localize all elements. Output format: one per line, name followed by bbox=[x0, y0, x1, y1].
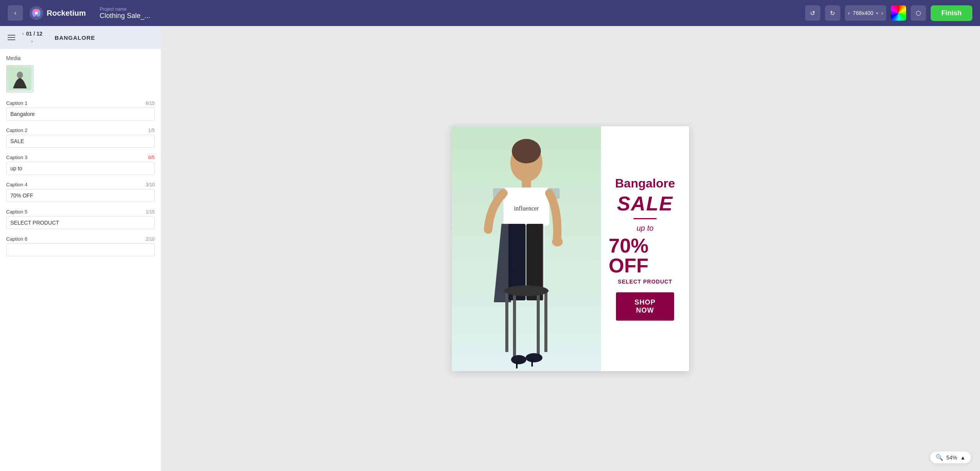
menu-button[interactable] bbox=[6, 33, 17, 42]
model-svg: influencer bbox=[452, 126, 601, 371]
export-button[interactable]: ⬡ bbox=[911, 5, 926, 21]
caption-5-input[interactable] bbox=[6, 216, 155, 229]
next-slide-button[interactable]: › bbox=[30, 38, 33, 45]
topbar: ‹ Rocketium Project name Clothing Sale_.… bbox=[0, 0, 980, 26]
logo: Rocketium bbox=[29, 6, 86, 20]
chevron-right-icon: › bbox=[881, 10, 883, 16]
sidebar-header: ‹ 01 / 12 › BANGALORE bbox=[0, 26, 161, 49]
zoom-icon: 🔍 bbox=[936, 454, 943, 461]
caption-6-block: Caption 6 2/10 bbox=[6, 236, 155, 256]
chevron-down-icon: ▾ bbox=[876, 11, 878, 15]
slide-name: BANGALORE bbox=[55, 34, 95, 41]
caption-2-header: Caption 2 1/5 bbox=[6, 127, 155, 133]
redo-icon: ↻ bbox=[830, 10, 835, 17]
project-name: Clothing Sale_... bbox=[100, 12, 799, 20]
slide-navigation: ‹ 01 / 12 › bbox=[21, 30, 42, 45]
finish-button[interactable]: Finish bbox=[931, 5, 972, 21]
sidebar: ‹ 01 / 12 › BANGALORE Media bbox=[0, 26, 161, 471]
rocketium-logo-icon bbox=[29, 6, 44, 20]
model-image: influencer bbox=[452, 126, 601, 371]
caption-6-count: 2/10 bbox=[146, 236, 155, 242]
sidebar-content: Media Caption 1 6/15 bbox=[0, 49, 161, 471]
topbar-controls: ↺ ↻ ‹ 768x400 ▾ › ⬡ Finish bbox=[805, 5, 972, 21]
menu-line bbox=[8, 39, 15, 40]
caption-4-block: Caption 4 3/10 bbox=[6, 182, 155, 202]
svg-rect-19 bbox=[513, 291, 516, 360]
caption-1-label: Caption 1 bbox=[6, 100, 28, 106]
svg-rect-22 bbox=[544, 291, 547, 352]
media-label: Media bbox=[6, 55, 155, 61]
caption-2-input[interactable] bbox=[6, 135, 155, 148]
main-layout: ‹ 01 / 12 › BANGALORE Media bbox=[0, 26, 980, 471]
menu-line bbox=[8, 35, 15, 36]
chevron-up-icon: ▲ bbox=[960, 455, 965, 461]
caption-2-count: 1/5 bbox=[148, 128, 155, 133]
svg-rect-10 bbox=[522, 179, 531, 189]
ad-card: influencer bbox=[452, 126, 689, 371]
ad-divider bbox=[634, 218, 657, 219]
caption-1-block: Caption 1 6/15 bbox=[6, 100, 155, 121]
caption-5-count: 1/15 bbox=[146, 209, 155, 215]
ad-percent-off-text: 70% OFF bbox=[609, 236, 681, 275]
caption-2-label: Caption 2 bbox=[6, 127, 28, 133]
resolution-selector[interactable]: ‹ 768x400 ▾ › bbox=[845, 5, 886, 21]
thumbnail-inner bbox=[7, 66, 33, 92]
project-label: Project name bbox=[100, 7, 799, 12]
undo-icon: ↺ bbox=[810, 10, 815, 17]
zoom-indicator: 🔍 54% ▲ bbox=[930, 451, 971, 463]
undo-button[interactable]: ↺ bbox=[805, 5, 820, 21]
svg-point-24 bbox=[511, 355, 526, 364]
chevron-left-icon: ‹ bbox=[848, 10, 850, 16]
caption-6-header: Caption 6 2/10 bbox=[6, 236, 155, 242]
caption-3-block: Caption 3 0/5 bbox=[6, 155, 155, 175]
ad-sale-text: SALE bbox=[617, 194, 673, 213]
svg-rect-21 bbox=[505, 291, 508, 352]
back-button[interactable]: ‹ bbox=[8, 5, 23, 21]
menu-line bbox=[8, 37, 15, 38]
resolution-value: 768x400 bbox=[853, 10, 874, 16]
caption-5-label: Caption 5 bbox=[6, 209, 28, 215]
caption-1-header: Caption 1 6/15 bbox=[6, 100, 155, 106]
caption-5-header: Caption 5 1/15 bbox=[6, 209, 155, 215]
logo-text: Rocketium bbox=[47, 9, 86, 18]
caption-6-input[interactable] bbox=[6, 243, 155, 256]
project-info: Project name Clothing Sale_... bbox=[100, 7, 799, 20]
redo-button[interactable]: ↻ bbox=[825, 5, 840, 21]
svg-point-18 bbox=[552, 237, 563, 246]
caption-1-input[interactable] bbox=[6, 108, 155, 121]
caption-2-block: Caption 2 1/5 bbox=[6, 127, 155, 148]
caption-4-header: Caption 4 3/10 bbox=[6, 182, 155, 187]
caption-3-label: Caption 3 bbox=[6, 155, 28, 160]
svg-point-6 bbox=[17, 72, 23, 78]
shop-now-button[interactable]: SHOP NOW bbox=[616, 292, 674, 321]
svg-text:influencer: influencer bbox=[514, 205, 539, 212]
svg-rect-20 bbox=[537, 291, 540, 360]
ad-select-product-text: SELECT PRODUCT bbox=[618, 279, 672, 285]
prev-slide-button[interactable]: ‹ bbox=[21, 30, 24, 37]
caption-1-count: 6/15 bbox=[146, 101, 155, 106]
ad-city-text: Bangalore bbox=[615, 176, 675, 191]
thumbnail-preview-icon bbox=[8, 67, 31, 90]
caption-3-input[interactable] bbox=[6, 162, 155, 175]
caption-4-count: 3/10 bbox=[146, 182, 155, 187]
svg-point-25 bbox=[526, 353, 542, 362]
caption-5-block: Caption 5 1/15 bbox=[6, 209, 155, 229]
media-thumbnail[interactable] bbox=[6, 65, 34, 93]
canvas-area: influencer bbox=[161, 26, 980, 471]
svg-point-23 bbox=[504, 285, 549, 296]
export-icon: ⬡ bbox=[916, 10, 921, 17]
caption-4-label: Caption 4 bbox=[6, 182, 28, 187]
caption-6-label: Caption 6 bbox=[6, 236, 28, 242]
svg-point-9 bbox=[512, 139, 541, 163]
color-wheel-button[interactable] bbox=[891, 5, 906, 21]
slide-counter: 01 / 12 bbox=[26, 31, 42, 37]
caption-4-input[interactable] bbox=[6, 189, 155, 202]
svg-point-4 bbox=[35, 11, 38, 15]
ad-upto-text: up to bbox=[637, 224, 653, 233]
svg-rect-26 bbox=[516, 362, 518, 368]
ad-right-panel: Bangalore SALE up to 70% OFF SELECT PROD… bbox=[601, 126, 689, 371]
caption-3-count: 0/5 bbox=[148, 155, 155, 160]
caption-3-header: Caption 3 0/5 bbox=[6, 155, 155, 160]
zoom-value: 54% bbox=[946, 455, 957, 461]
ad-left-panel: influencer bbox=[452, 126, 601, 371]
